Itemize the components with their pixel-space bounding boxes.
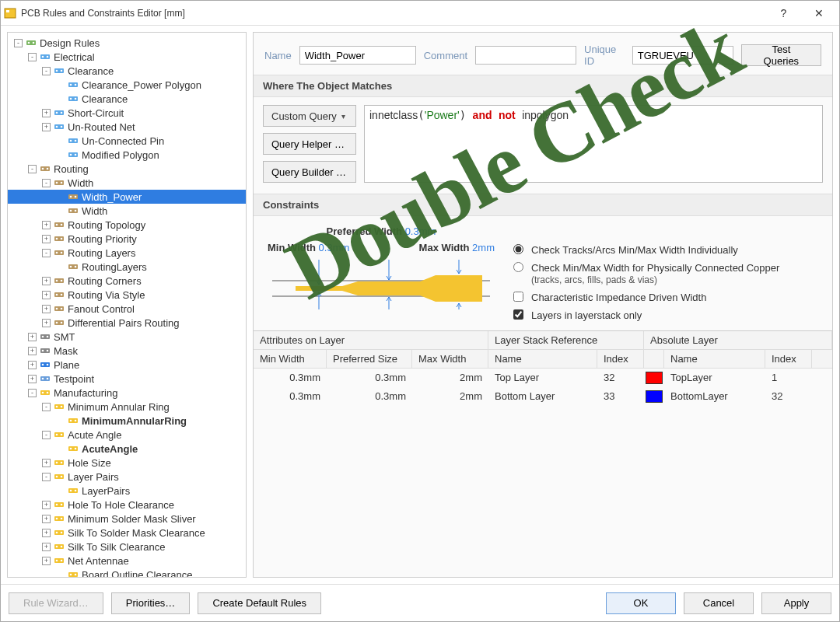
expand-icon[interactable]: -	[42, 67, 51, 75]
expand-icon[interactable]: +	[42, 291, 51, 299]
expand-icon[interactable]: -	[28, 389, 37, 397]
col-header[interactable]: Index	[597, 350, 644, 368]
tree-item-un-connected-pin[interactable]: Un-Connected Pin	[8, 134, 246, 148]
tree-item-short-circuit[interactable]: +Short-Circuit	[8, 106, 246, 120]
tree-item-testpoint[interactable]: +Testpoint	[8, 372, 246, 386]
expand-icon[interactable]: -	[42, 249, 51, 257]
expand-icon[interactable]: +	[42, 515, 51, 523]
tree-item-routing-via-style[interactable]: +Routing Via Style	[8, 288, 246, 302]
radio-connected-copper[interactable]: Check Min/Max Width for Physically Conne…	[513, 262, 779, 285]
apply-button[interactable]: Apply	[761, 592, 831, 614]
tree-item-layerpairs[interactable]: LayerPairs	[8, 484, 246, 498]
radio-individual[interactable]: Check Tracks/Arcs Min/Max Width Individu…	[513, 244, 779, 256]
ok-button[interactable]: OK	[606, 592, 676, 614]
tree-item-routing-priority[interactable]: +Routing Priority	[8, 232, 246, 246]
tree-item-acute-angle[interactable]: -Acute Angle	[8, 428, 246, 442]
expand-icon[interactable]: +	[28, 361, 37, 369]
expand-icon[interactable]: +	[42, 529, 51, 537]
tree-item-smt[interactable]: +SMT	[8, 330, 246, 344]
col-header[interactable]: Max Width	[412, 350, 488, 368]
expand-icon[interactable]: +	[28, 333, 37, 341]
col-header[interactable]: Min Width	[254, 350, 327, 368]
cancel-button[interactable]: Cancel	[684, 592, 754, 614]
tree-item-routing-layers[interactable]: -Routing Layers	[8, 246, 246, 260]
col-header[interactable]: Name	[664, 350, 765, 368]
col-header[interactable]: Preferred Size	[327, 350, 412, 368]
tree-item-board-outline-clearance[interactable]: Board Outline Clearance	[8, 568, 246, 578]
expand-icon[interactable]: -	[42, 403, 51, 411]
tree-item-width[interactable]: Width	[8, 204, 246, 218]
name-input[interactable]	[299, 46, 416, 65]
priorities-button[interactable]: Priorities…	[111, 592, 191, 614]
query-builder-button[interactable]: Query Builder …	[263, 161, 356, 183]
tree-item-fanout-control[interactable]: +Fanout Control	[8, 302, 246, 316]
tree-item-electrical[interactable]: -Electrical	[8, 50, 246, 64]
expand-icon[interactable]: +	[42, 305, 51, 313]
expand-icon[interactable]: +	[28, 347, 37, 355]
expand-icon[interactable]: +	[42, 557, 51, 565]
tree-item-hole-size[interactable]: +Hole Size	[8, 456, 246, 470]
tree-item-clearance[interactable]: Clearance	[8, 92, 246, 106]
tree-item-minimum-solder-mask-sliver[interactable]: +Minimum Solder Mask Sliver	[8, 512, 246, 526]
tree-item-plane[interactable]: +Plane	[8, 358, 246, 372]
tree-item-clearance-power-polygon[interactable]: Clearance_Power Polygon	[8, 78, 246, 92]
tree-item-modified-polygon[interactable]: Modified Polygon	[8, 148, 246, 162]
tree-item-design-rules[interactable]: -Design Rules	[8, 36, 246, 50]
tree-item-minimum-annular-ring[interactable]: -Minimum Annular Ring	[8, 400, 246, 414]
tree-item-mask[interactable]: +Mask	[8, 344, 246, 358]
layer-table[interactable]: Attributes on Layer Layer Stack Referenc…	[254, 330, 832, 406]
col-header[interactable]	[644, 350, 664, 368]
expand-icon[interactable]: +	[42, 123, 51, 131]
uid-input[interactable]	[632, 46, 733, 65]
close-button[interactable]: ✕	[801, 2, 836, 25]
help-button[interactable]: ?	[766, 2, 801, 25]
test-queries-button[interactable]: Test Queries	[741, 44, 821, 66]
expand-icon[interactable]: +	[42, 459, 51, 467]
expand-icon[interactable]: -	[28, 165, 37, 173]
col-header[interactable]: Name	[488, 350, 597, 368]
expand-icon[interactable]: +	[42, 277, 51, 285]
table-row[interactable]: 0.3mm0.3mm2mmTop Layer32TopLayer1	[254, 369, 832, 387]
expand-icon[interactable]: +	[42, 501, 51, 509]
rule-wizard-button[interactable]: Rule Wizard…	[9, 592, 103, 614]
create-default-rules-button[interactable]: Create Default Rules	[198, 592, 321, 614]
expand-icon[interactable]: +	[42, 235, 51, 243]
svg-point-102	[56, 504, 58, 506]
tree-item-silk-to-solder-mask-clearance[interactable]: +Silk To Solder Mask Clearance	[8, 526, 246, 540]
expand-icon[interactable]: +	[28, 375, 37, 383]
query-helper-button[interactable]: Query Helper …	[263, 133, 356, 155]
tree-item-net-antennae[interactable]: +Net Antennae	[8, 554, 246, 568]
expand-icon[interactable]: -	[14, 39, 23, 47]
tree-item-clearance[interactable]: -Clearance	[8, 64, 246, 78]
tree-item-un-routed-net[interactable]: +Un-Routed Net	[8, 120, 246, 134]
tree-item-routing-corners[interactable]: +Routing Corners	[8, 274, 246, 288]
expand-icon[interactable]: -	[28, 53, 37, 61]
tree-item-layer-pairs[interactable]: -Layer Pairs	[8, 470, 246, 484]
expand-icon[interactable]: +	[42, 543, 51, 551]
check-impedance[interactable]: Characteristic Impedance Driven Width	[513, 292, 779, 303]
tree-item-acuteangle[interactable]: AcuteAngle	[8, 442, 246, 456]
match-type-dropdown[interactable]: Custom Query	[263, 105, 356, 127]
expand-icon[interactable]: -	[42, 473, 51, 481]
expand-icon[interactable]: +	[42, 221, 51, 229]
check-layerstack-only[interactable]: Layers in layerstack only	[513, 309, 779, 321]
query-text[interactable]: innetclass('Power') and not inpolygon	[364, 105, 823, 183]
comment-input[interactable]	[475, 46, 576, 65]
tree-item-width[interactable]: -Width	[8, 176, 246, 190]
tree-item-width-power[interactable]: Width_Power	[8, 190, 246, 204]
tree-item-manufacturing[interactable]: -Manufacturing	[8, 386, 246, 400]
table-row[interactable]: 0.3mm0.3mm2mmBottom Layer33BottomLayer32	[254, 387, 832, 406]
rules-tree-panel[interactable]: -Design Rules-Electrical-ClearanceCleara…	[7, 32, 247, 578]
tree-item-routing-topology[interactable]: +Routing Topology	[8, 218, 246, 232]
expand-icon[interactable]: +	[42, 319, 51, 327]
tree-item-hole-to-hole-clearance[interactable]: +Hole To Hole Clearance	[8, 498, 246, 512]
tree-item-differential-pairs-routing[interactable]: +Differential Pairs Routing	[8, 316, 246, 330]
tree-item-minimumannularring[interactable]: MinimumAnnularRing	[8, 414, 246, 428]
expand-icon[interactable]: +	[42, 109, 51, 117]
col-header[interactable]: Index	[765, 350, 812, 368]
tree-item-routing[interactable]: -Routing	[8, 162, 246, 176]
tree-item-routinglayers[interactable]: RoutingLayers	[8, 260, 246, 274]
expand-icon[interactable]: -	[42, 431, 51, 439]
tree-item-silk-to-silk-clearance[interactable]: +Silk To Silk Clearance	[8, 540, 246, 554]
expand-icon[interactable]: -	[42, 179, 51, 187]
